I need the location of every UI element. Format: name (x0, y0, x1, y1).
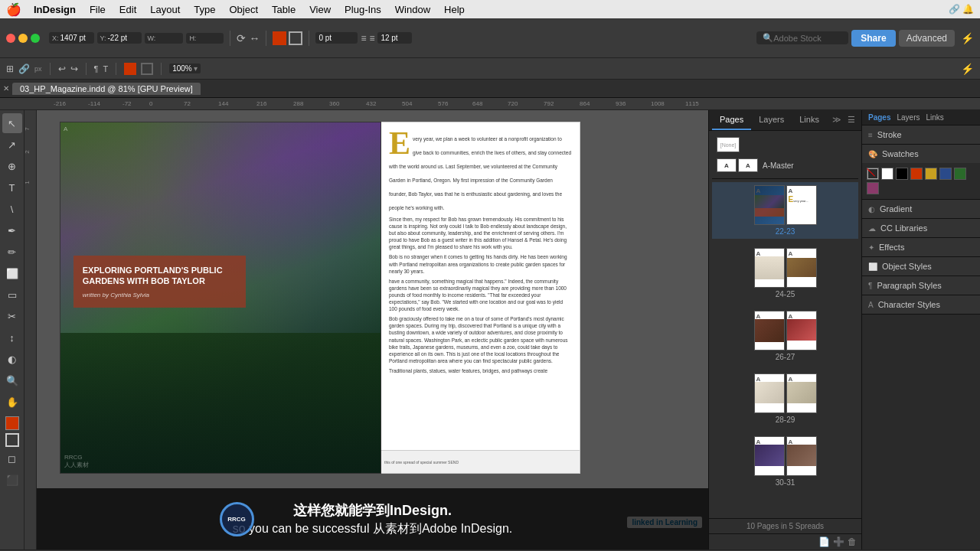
menu-file[interactable]: File (83, 4, 112, 15)
paragraph-styles-header[interactable]: ¶ Paragraph Styles (862, 276, 980, 295)
hand-tool[interactable]: ✋ (2, 392, 22, 412)
rotate-icon[interactable]: ⟳ (237, 32, 246, 44)
lightning-icon[interactable]: ⚡ (961, 32, 974, 44)
tab-close-icon[interactable]: ✕ (3, 84, 9, 93)
swatch-purple[interactable] (867, 182, 879, 194)
undo-icon[interactable]: ↩ (58, 64, 66, 74)
pencil-tool[interactable]: ✏ (2, 242, 22, 262)
swatch-black[interactable] (896, 168, 908, 180)
normal-mode-btn[interactable]: ◻ (2, 448, 22, 468)
flip-icon[interactable]: ↔ (249, 32, 260, 44)
page-23-thumb[interactable]: A Every year... (786, 185, 817, 225)
advanced-button[interactable]: Advanced (899, 30, 955, 47)
cc-libraries-header[interactable]: ☁ CC Libraries (862, 219, 980, 237)
spread-24-25[interactable]: A A 24-25 (712, 245, 858, 302)
menu-indesign[interactable]: InDesign (28, 4, 82, 15)
menu-layout[interactable]: Layout (144, 4, 186, 15)
fill-indicator[interactable] (124, 63, 136, 75)
menu-type[interactable]: Type (188, 4, 221, 15)
none-item[interactable]: [None] (712, 134, 858, 155)
minimize-button[interactable] (18, 34, 28, 43)
delete-page-btn[interactable]: 🗑 (848, 536, 857, 547)
page-24-thumb[interactable]: A (754, 248, 785, 288)
stroke-box[interactable] (5, 433, 19, 447)
page-31-thumb[interactable]: A (786, 436, 817, 476)
fill-box[interactable] (5, 416, 19, 430)
transform-icon[interactable]: ⊞ (6, 64, 14, 74)
paragraph-icon[interactable]: ¶ (94, 64, 99, 73)
character-styles-header[interactable]: A Character Styles (862, 295, 980, 314)
swatch-red[interactable] (910, 168, 923, 180)
page-28-thumb[interactable]: A (754, 373, 785, 413)
swatch-white[interactable] (881, 168, 893, 180)
swatches-header[interactable]: 🎨 Swatches (862, 145, 980, 163)
new-page-btn[interactable]: ➕ (833, 536, 844, 547)
page-26-thumb[interactable]: A (754, 311, 785, 350)
close-button[interactable] (6, 34, 15, 43)
page-25-thumb[interactable]: A (786, 248, 817, 288)
x-value[interactable]: 1407 pt (60, 34, 91, 42)
swatch-green[interactable] (954, 168, 966, 180)
y-value[interactable]: -22 pt (108, 34, 139, 42)
pt-value[interactable]: 12 pt (381, 34, 397, 42)
new-master-btn[interactable]: 📄 (818, 536, 830, 547)
menu-object[interactable]: Object (224, 4, 265, 15)
zoom-tool[interactable]: 🔍 (2, 370, 22, 390)
tab-pages[interactable]: Pages (712, 110, 751, 130)
canvas-area[interactable]: EXPLORING PORTLAND'S PUBLIC GARDENS WITH… (37, 110, 708, 549)
align-center-icon[interactable]: ≡ (369, 33, 374, 44)
effects-header[interactable]: ✦ Effects (862, 238, 980, 256)
spread-22-23[interactable]: A A Every year... 22-23 (712, 182, 858, 239)
select-tool[interactable]: ↖ (2, 113, 22, 133)
pen-tool[interactable]: ✒ (2, 220, 22, 240)
panel-collapse-btn[interactable]: ≫ (829, 110, 844, 130)
redo-icon[interactable]: ↪ (70, 64, 78, 74)
menu-plugins[interactable]: Plug-Ins (338, 4, 387, 15)
tab-layers[interactable]: Layers (751, 110, 792, 130)
fill-color-swatch[interactable] (273, 31, 286, 45)
text-icon[interactable]: T (103, 64, 108, 73)
share-button[interactable]: Share (851, 30, 895, 47)
search-input[interactable] (773, 34, 835, 43)
spread-28-29[interactable]: A A 28-29 (712, 370, 858, 427)
free-transform-tool[interactable]: ↕ (2, 328, 22, 347)
preview-mode-btn[interactable]: ⬛ (2, 470, 22, 490)
line-tool[interactable]: \ (2, 199, 22, 219)
text-tool[interactable]: T (2, 178, 22, 197)
tab-links[interactable]: Links (792, 110, 827, 130)
rect-tool[interactable]: ▭ (2, 285, 22, 305)
menu-window[interactable]: Window (389, 4, 436, 15)
nav-layers[interactable]: Layers (897, 113, 920, 122)
nav-pages[interactable]: Pages (868, 113, 890, 122)
menu-view[interactable]: View (303, 4, 337, 15)
article-overlay-box[interactable]: EXPLORING PORTLAND'S PUBLIC GARDENS WITH… (74, 256, 247, 308)
direct-select-tool[interactable]: ↗ (2, 135, 22, 155)
stroke-color-swatch[interactable] (289, 31, 302, 45)
zoom-display[interactable]: 100% (172, 64, 192, 73)
object-styles-header[interactable]: ⬜ Object Styles (862, 257, 980, 276)
menu-edit[interactable]: Edit (113, 4, 142, 15)
gap-tool[interactable]: ⊕ (2, 156, 22, 176)
scissors-tool[interactable]: ✂ (2, 306, 22, 326)
page-27-thumb[interactable]: A (786, 311, 817, 350)
panel-menu-btn[interactable]: ☰ (844, 110, 858, 130)
stroke-indicator[interactable] (141, 63, 153, 75)
rect-frame-tool[interactable]: ⬜ (2, 263, 22, 283)
right-page[interactable]: E very year, we plan a week to volunteer… (381, 122, 580, 474)
menu-help[interactable]: Help (438, 4, 471, 15)
swatch-none[interactable] (867, 168, 879, 180)
a-master-item[interactable]: A A A-Master (712, 155, 858, 175)
stroke-header[interactable]: ≡ Stroke (862, 126, 980, 144)
apple-menu[interactable]: 🍎 (6, 2, 21, 17)
swatch-blue[interactable] (939, 168, 952, 180)
swatch-gold[interactable] (925, 168, 937, 180)
gradient-header[interactable]: ◐ Gradient (862, 200, 980, 218)
lightning-small-icon[interactable]: ⚡ (961, 63, 974, 75)
spread-26-27[interactable]: A A 26-27 (712, 308, 858, 364)
maximize-button[interactable] (31, 34, 40, 43)
stroke-value[interactable]: 0 pt (318, 34, 332, 42)
align-left-icon[interactable]: ≡ (361, 33, 366, 44)
page-29-thumb[interactable]: A (786, 373, 817, 413)
constrain-icon[interactable]: 🔗 (18, 64, 30, 74)
spread-30-31[interactable]: A A 30-31 (712, 433, 858, 490)
